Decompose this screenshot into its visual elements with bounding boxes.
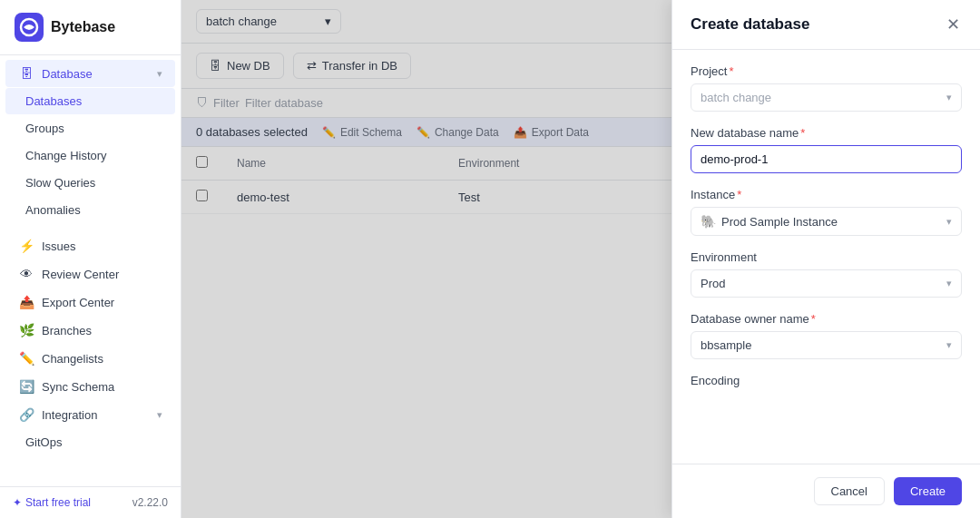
sidebar-item-export-center[interactable]: 📤 Export Center (5, 288, 175, 316)
sidebar-item-review-center[interactable]: 👁 Review Center (5, 260, 175, 288)
star-icon: ✦ (13, 496, 22, 509)
environment-select-value: Prod (701, 277, 725, 290)
sidebar-item-issues-label: Issues (42, 239, 76, 253)
database-icon: 🗄 (18, 66, 34, 81)
sidebar-secondary-section: ⚡ Issues 👁 Review Center 📤 Export Center… (0, 228, 181, 460)
sidebar-item-gitops-label: GitOps (25, 435, 62, 449)
panel-body: Project * batch change ▾ New database na… (672, 50, 980, 464)
encoding-field-group: Encoding (691, 374, 962, 387)
trial-label: Start free trial (25, 496, 91, 509)
sidebar-item-sync-label: Sync Schema (42, 380, 114, 394)
db-name-required-indicator: * (800, 126, 805, 140)
owner-select[interactable]: bbsample ▾ (691, 331, 962, 359)
logo-icon (15, 13, 44, 42)
sidebar-item-groups[interactable]: Groups (5, 115, 175, 142)
create-button[interactable]: Create (894, 477, 962, 505)
panel-footer: Cancel Create (672, 464, 980, 518)
sidebar-item-database-label: Database (42, 67, 93, 81)
main-content: batch change ▾ 🔍 Search ⌘K 🗄 New DB ⇄ Tr… (181, 0, 980, 518)
sidebar-item-change-history[interactable]: Change History (5, 142, 175, 169)
instance-label: Instance * (691, 188, 962, 201)
sidebar-item-branches-label: Branches (42, 324, 92, 337)
sidebar-item-database[interactable]: 🗄 Database ▾ (5, 60, 175, 87)
sidebar-item-anomalies-label: Anomalies (25, 203, 81, 217)
encoding-label: Encoding (691, 374, 962, 387)
sync-icon: 🔄 (18, 379, 34, 394)
owner-select-value: bbsample (701, 338, 751, 352)
sidebar-item-issues[interactable]: ⚡ Issues (5, 232, 175, 259)
sidebar-item-export-label: Export Center (42, 296, 114, 309)
db-name-field-group: New database name * (691, 126, 962, 173)
project-select-value: batch change (701, 91, 771, 104)
instance-select[interactable]: 🐘 Prod Sample Instance ▾ (691, 207, 962, 236)
sidebar-item-change-history-label: Change History (25, 149, 107, 162)
panel-header: Create database ✕ (672, 0, 980, 50)
project-field-group: Project * batch change ▾ (691, 64, 962, 112)
db-name-input[interactable] (691, 145, 962, 173)
changelists-icon: ✏️ (18, 351, 34, 366)
sidebar-main-section: 🗄 Database ▾ Databases Groups Change His… (0, 55, 181, 228)
instance-chevron-down-icon: ▾ (946, 216, 952, 228)
integration-icon: 🔗 (18, 407, 34, 422)
sidebar-item-integration[interactable]: 🔗 Integration ▾ (5, 401, 175, 428)
environment-field-group: Environment Prod ▾ (691, 250, 962, 298)
branches-icon: 🌿 (18, 323, 34, 337)
instance-select-value: 🐘 Prod Sample Instance (701, 214, 838, 229)
owner-chevron-down-icon: ▾ (946, 339, 952, 351)
project-required-indicator: * (729, 64, 733, 78)
sidebar-item-integration-label: Integration (42, 408, 97, 422)
sidebar-item-slow-queries[interactable]: Slow Queries (5, 170, 175, 196)
sidebar-item-databases-label: Databases (25, 94, 82, 108)
sidebar-item-review-label: Review Center (42, 268, 119, 281)
owner-label: Database owner name * (691, 312, 962, 326)
app-logo: Bytebase (0, 0, 181, 55)
trial-link[interactable]: ✦ Start free trial (13, 496, 91, 509)
instance-db-icon: 🐘 (701, 214, 716, 229)
issues-icon: ⚡ (18, 239, 34, 253)
app-name: Bytebase (51, 19, 115, 35)
sidebar-item-anomalies[interactable]: Anomalies (5, 197, 175, 223)
sidebar-item-changelists-label: Changelists (42, 352, 103, 366)
project-select[interactable]: batch change ▾ (691, 83, 962, 112)
export-icon: 📤 (18, 295, 34, 309)
close-button[interactable]: ✕ (945, 15, 962, 34)
sidebar-item-sync-schema[interactable]: 🔄 Sync Schema (5, 373, 175, 400)
panel-title: Create database (691, 15, 809, 34)
sidebar-item-branches[interactable]: 🌿 Branches (5, 317, 175, 344)
project-chevron-down-icon: ▾ (946, 92, 952, 103)
environment-chevron-down-icon: ▾ (946, 278, 952, 289)
sidebar-footer: ✦ Start free trial v2.22.0 (0, 486, 181, 518)
sidebar-item-groups-label: Groups (25, 122, 64, 135)
review-icon: 👁 (18, 267, 34, 281)
project-label: Project * (691, 64, 962, 78)
sidebar-item-slow-queries-label: Slow Queries (25, 176, 95, 190)
environment-select[interactable]: Prod ▾ (691, 269, 962, 298)
version-label: v2.22.0 (132, 496, 168, 509)
cancel-button[interactable]: Cancel (814, 477, 885, 505)
chevron-icon: ▾ (157, 68, 162, 80)
owner-required-indicator: * (811, 312, 816, 326)
sidebar-item-gitops[interactable]: GitOps (5, 429, 175, 455)
owner-field-group: Database owner name * bbsample ▾ (691, 312, 962, 359)
instance-required-indicator: * (737, 188, 741, 201)
instance-field-group: Instance * 🐘 Prod Sample Instance ▾ (691, 188, 962, 236)
environment-label: Environment (691, 250, 962, 264)
sidebar-item-databases[interactable]: Databases (5, 88, 175, 114)
db-name-label: New database name * (691, 126, 962, 140)
create-database-panel: Create database ✕ Project * batch change… (671, 0, 980, 518)
sidebar: Bytebase 🗄 Database ▾ Databases Groups C… (0, 0, 181, 518)
sidebar-item-changelists[interactable]: ✏️ Changelists (5, 345, 175, 372)
integration-chevron-icon: ▾ (157, 409, 162, 421)
